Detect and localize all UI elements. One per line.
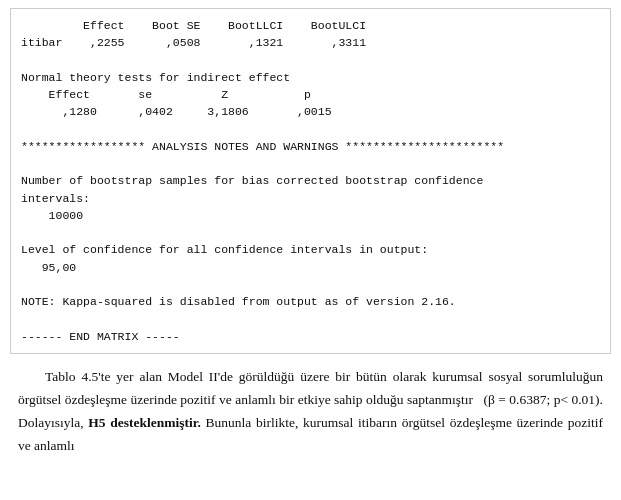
code-line-11: intervals:: [21, 192, 90, 205]
code-line-10: Number of bootstrap samples for bias cor…: [21, 174, 483, 187]
code-line-12: 10000: [21, 209, 83, 222]
code-line-2: itibar ,2255 ,0508 ,1321 ,3311: [21, 36, 366, 49]
analysis-output: Effect Boot SE BootLLCI BootULCI itibar …: [10, 8, 611, 354]
h5-label: H5 desteklenmiştir.: [88, 415, 201, 430]
code-line-19: ------ END MATRIX -----: [21, 330, 180, 343]
code-line-14: Level of confidence for all confidence i…: [21, 243, 428, 256]
code-line-8: ****************** ANALYSIS NOTES AND WA…: [21, 140, 504, 153]
code-line-17: NOTE: Kappa-squared is disabled from out…: [21, 295, 456, 308]
code-line-15: 95,00: [21, 261, 76, 274]
prose-paragraph: Tablo 4.5'te yer alan Model II'de görüld…: [18, 366, 603, 458]
code-line-1: Effect Boot SE BootLLCI BootULCI: [21, 19, 366, 32]
prose-text: Tablo 4.5'te yer alan Model II'de görüld…: [18, 366, 603, 458]
code-line-4: Normal theory tests for indirect effect: [21, 71, 290, 84]
code-line-6: ,1280 ,0402 3,1806 ,0015: [21, 105, 332, 118]
code-line-5: Effect se Z p: [21, 88, 311, 101]
